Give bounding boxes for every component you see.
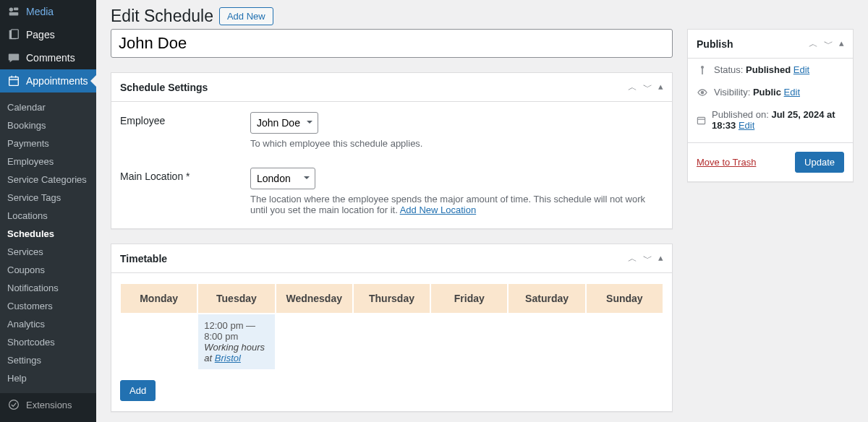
timetable-cell[interactable]: 12:00 pm — 8:00 pm Working hours at Bris…	[197, 314, 275, 370]
sidebar-item-comments[interactable]: Comments	[0, 46, 96, 69]
day-header: Thursday	[353, 283, 430, 314]
schedule-title-input[interactable]	[111, 29, 673, 58]
page-icon	[7, 28, 20, 41]
svg-rect-12	[702, 68, 703, 74]
sidebar-label: Pages	[26, 29, 55, 40]
svg-point-13	[701, 91, 703, 93]
eye-icon	[697, 89, 708, 96]
extensions-icon	[7, 398, 20, 411]
publish-visibility-row: Visibility: Public Edit	[688, 81, 853, 103]
employee-select[interactable]: John Doe	[250, 112, 318, 134]
sidebar-sub-payments[interactable]: Payments	[0, 134, 96, 152]
timetable-cell[interactable]	[353, 314, 430, 370]
toggle-icon[interactable]: ▴	[658, 81, 663, 94]
timetable-grid: Monday Tuesday Wednesday Thursday Friday…	[120, 283, 663, 370]
postbox-title: Schedule Settings	[120, 82, 208, 93]
sidebar-sub-locations[interactable]: Locations	[0, 207, 96, 225]
move-up-icon[interactable]: ︿	[809, 38, 818, 51]
sidebar-item-media[interactable]: Media	[0, 0, 96, 23]
slot-title: Working hours at Bristol	[204, 342, 268, 363]
location-desc: The location where the employee spends t…	[250, 194, 663, 215]
sidebar-sub-schedules[interactable]: Schedules	[0, 225, 96, 243]
move-down-icon[interactable]: ﹀	[643, 81, 652, 94]
sidebar-item-appointments[interactable]: Appointments	[0, 69, 96, 92]
location-label: Main Location *	[120, 168, 250, 215]
day-header: Friday	[430, 283, 508, 314]
timetable-cell[interactable]	[586, 314, 663, 370]
main-content: Edit Schedule Add New Schedule Settings …	[96, 0, 868, 422]
postbox-title: Publish	[697, 38, 733, 50]
sidebar-sub-bookings[interactable]: Bookings	[0, 116, 96, 134]
schedule-settings-box: Schedule Settings ︿ ﹀ ▴ Employee John	[111, 72, 673, 229]
edit-status-link[interactable]: Edit	[793, 64, 809, 75]
sidebar-submenu: Calendar Bookings Payments Employees Ser…	[0, 92, 96, 393]
admin-sidebar: Media Pages Comments Appointments Calend…	[0, 0, 96, 422]
timetable-cell[interactable]	[276, 314, 353, 370]
day-header: Monday	[120, 283, 197, 314]
toggle-icon[interactable]: ▴	[839, 38, 844, 51]
media-icon	[7, 5, 20, 18]
location-select[interactable]: London	[250, 168, 315, 189]
sidebar-label: Extensions	[26, 400, 72, 410]
sidebar-item-pages[interactable]: Pages	[0, 23, 96, 46]
toggle-icon[interactable]: ▴	[658, 252, 663, 265]
sidebar-sub-settings[interactable]: Settings	[0, 351, 96, 369]
sidebar-sub-services[interactable]: Services	[0, 243, 96, 261]
svg-point-0	[9, 8, 13, 12]
employee-desc: To which employee this schedule applies.	[250, 138, 663, 149]
sidebar-sub-analytics[interactable]: Analytics	[0, 315, 96, 333]
svg-point-10	[9, 400, 19, 410]
slot-location-link[interactable]: Bristol	[215, 353, 241, 363]
calendar-icon	[7, 74, 20, 87]
sidebar-sub-employees[interactable]: Employees	[0, 152, 96, 171]
sidebar-sub-shortcodes[interactable]: Shortcodes	[0, 333, 96, 351]
svg-rect-4	[11, 30, 18, 39]
update-button[interactable]: Update	[795, 152, 844, 173]
sidebar-item-appearance[interactable]: Appearance	[0, 416, 96, 422]
move-down-icon[interactable]: ﹀	[824, 38, 833, 51]
postbox-actions: ︿ ﹀ ▴	[628, 252, 663, 265]
sidebar-label: Comments	[26, 52, 75, 64]
postbox-header: Schedule Settings ︿ ﹀ ▴	[111, 73, 672, 102]
comment-icon	[7, 51, 20, 64]
page-header: Edit Schedule Add New	[111, 0, 854, 29]
move-to-trash-link[interactable]: Move to Trash	[697, 157, 756, 168]
postbox-title: Timetable	[120, 253, 167, 264]
sidebar-label: Media	[26, 6, 54, 17]
sidebar-sub-help[interactable]: Help	[0, 369, 96, 387]
move-up-icon[interactable]: ︿	[628, 252, 637, 265]
timetable-cell[interactable]	[508, 314, 585, 370]
sidebar-sub-calendar[interactable]: Calendar	[0, 98, 96, 116]
sidebar-sub-customers[interactable]: Customers	[0, 297, 96, 315]
edit-visibility-link[interactable]: Edit	[784, 87, 800, 98]
publish-status-row: Status: Published Edit	[688, 59, 853, 81]
timetable-cell[interactable]	[430, 314, 508, 370]
sidebar-sub-service-tags[interactable]: Service Tags	[0, 189, 96, 207]
timetable-cell[interactable]	[120, 314, 197, 370]
postbox-actions: ︿ ﹀ ▴	[809, 38, 844, 51]
move-down-icon[interactable]: ﹀	[643, 252, 652, 265]
svg-rect-6	[9, 77, 19, 86]
publish-date-row: Published on: Jul 25, 2024 at 18:33 Edit	[688, 103, 853, 137]
day-header: Sunday	[586, 283, 663, 314]
svg-rect-14	[697, 117, 705, 124]
sidebar-sub-service-categories[interactable]: Service Categories	[0, 171, 96, 189]
sidebar-sub-notifications[interactable]: Notifications	[0, 279, 96, 297]
sidebar-sub-coupons[interactable]: Coupons	[0, 261, 96, 279]
add-location-link[interactable]: Add New Location	[400, 204, 477, 215]
sidebar-item-extensions[interactable]: Extensions	[0, 393, 96, 416]
day-header: Tuesday	[197, 283, 275, 314]
day-header: Saturday	[508, 283, 585, 314]
employee-label: Employee	[120, 112, 250, 149]
day-header: Wednesday	[276, 283, 353, 314]
edit-date-link[interactable]: Edit	[739, 120, 754, 131]
pin-icon	[697, 65, 708, 75]
calendar-small-icon	[697, 116, 706, 125]
svg-rect-1	[14, 8, 18, 11]
move-up-icon[interactable]: ︿	[628, 81, 637, 94]
postbox-header: Timetable ︿ ﹀ ▴	[111, 244, 672, 273]
add-slot-button[interactable]: Add	[120, 380, 156, 401]
postbox-actions: ︿ ﹀ ▴	[628, 81, 663, 94]
add-new-button[interactable]: Add New	[219, 7, 273, 25]
sidebar-label: Appointments	[26, 75, 88, 87]
